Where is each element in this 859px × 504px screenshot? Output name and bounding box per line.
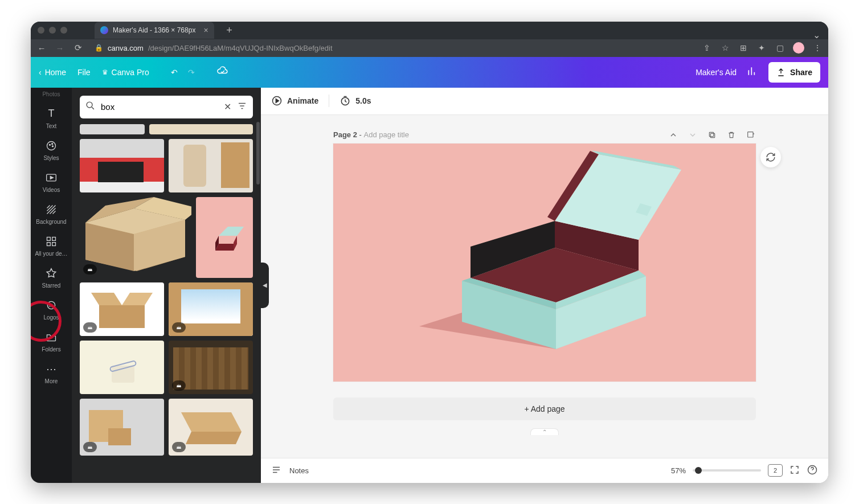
svg-marker-24: [122, 293, 153, 305]
rail-more[interactable]: ⋯More: [31, 357, 72, 389]
svg-point-2: [52, 143, 53, 144]
photo-thumb[interactable]: [149, 124, 253, 134]
rail-all-designs[interactable]: All your de…: [31, 230, 72, 261]
rail-text[interactable]: TText: [31, 102, 72, 134]
animate-button[interactable]: Animate: [271, 95, 318, 106]
notes-button[interactable]: Notes: [289, 466, 309, 475]
photo-thumb[interactable]: [80, 282, 164, 336]
box-image[interactable]: [385, 144, 704, 372]
canva-pro-button[interactable]: ♛Canva Pro: [102, 68, 149, 77]
add-page-button[interactable]: + Add page: [333, 398, 756, 420]
delete-page-icon[interactable]: [726, 130, 737, 140]
undo-icon[interactable]: ↶: [171, 68, 178, 77]
notes-icon[interactable]: [271, 465, 281, 477]
url-path: /design/DAE9fH56LaM/m4qVUJQd-INIxBwqOkBe…: [148, 44, 333, 52]
back-icon[interactable]: ←: [36, 43, 47, 53]
rail-label: Styles: [43, 155, 59, 161]
rail-videos[interactable]: Videos: [31, 166, 72, 198]
share-label: Share: [790, 68, 812, 77]
pro-badge-icon: [172, 322, 186, 333]
doc-name[interactable]: Maker's Aid: [696, 68, 737, 77]
svg-rect-30: [709, 132, 713, 136]
rail-styles[interactable]: Styles: [31, 134, 72, 166]
sync-status-icon[interactable]: [216, 65, 229, 79]
duration-label: 5.0s: [355, 96, 371, 105]
traffic-min-icon[interactable]: [49, 27, 56, 34]
zoom-knob[interactable]: [695, 467, 702, 474]
file-menu[interactable]: File: [77, 68, 91, 77]
photo-thumb[interactable]: [169, 399, 253, 456]
photo-thumb[interactable]: [169, 341, 253, 394]
panel-icon[interactable]: ▢: [775, 43, 785, 52]
animate-label: Animate: [287, 96, 318, 105]
zoom-slider[interactable]: [693, 469, 761, 472]
clear-search-icon[interactable]: ✕: [224, 101, 231, 112]
expand-thumbnails-icon[interactable]: ⌃: [530, 428, 559, 435]
lock-icon: 🔒: [95, 44, 103, 52]
forward-icon: →: [55, 43, 65, 53]
move-down-icon[interactable]: [688, 130, 698, 140]
pro-badge-icon: [172, 442, 186, 452]
puzzle-icon[interactable]: ✦: [756, 43, 767, 52]
pro-badge-icon: [83, 322, 97, 333]
add-page-icon[interactable]: [746, 130, 756, 140]
tabs-menu-icon[interactable]: ⌄: [813, 30, 820, 40]
home-button[interactable]: ‹Home: [39, 68, 66, 77]
workarea: Photos TText Styles Videos Background Al…: [31, 88, 828, 483]
duration-button[interactable]: 5.0s: [339, 95, 371, 106]
redo-icon: ↷: [188, 68, 195, 77]
reload-icon[interactable]: ⟳: [73, 43, 83, 53]
url-field[interactable]: 🔒 canva.com/design/DAE9fH56LaM/m4qVUJQd-…: [91, 40, 694, 56]
traffic-max-icon[interactable]: [60, 27, 67, 34]
help-icon[interactable]: [807, 464, 818, 477]
share-page-icon[interactable]: ⇪: [702, 43, 712, 52]
search-input[interactable]: [101, 102, 218, 112]
new-tab-button[interactable]: +: [223, 24, 236, 36]
browser-actions: ⇪ ☆ ⊞ ✦ ▢ ⋮: [702, 42, 823, 54]
photo-thumb[interactable]: [169, 282, 253, 336]
tab-close-icon[interactable]: ×: [203, 26, 208, 35]
rail-folders[interactable]: Folders: [31, 325, 72, 357]
profile-avatar[interactable]: [793, 42, 804, 54]
panel-scrollbar[interactable]: [256, 122, 260, 185]
canvas-area[interactable]: Page 2 - Add page title: [261, 115, 828, 458]
move-up-icon[interactable]: [668, 130, 678, 140]
rail-photos[interactable]: Photos: [31, 90, 72, 102]
duplicate-page-icon[interactable]: [707, 130, 717, 140]
photo-thumb[interactable]: [80, 139, 164, 192]
browser-tab[interactable]: Maker's Aid - 1366 × 768px ×: [95, 22, 214, 39]
canvas-page[interactable]: [333, 144, 756, 382]
bookmark-icon[interactable]: ☆: [720, 43, 730, 52]
page-number: Page 2: [333, 130, 357, 139]
extension-icon[interactable]: ⊞: [738, 43, 748, 52]
photo-thumb[interactable]: [80, 197, 191, 278]
filter-icon[interactable]: [237, 101, 247, 113]
svg-point-11: [87, 102, 92, 108]
page-count-button[interactable]: 2: [768, 464, 783, 477]
svg-point-0: [47, 141, 56, 150]
kebab-icon[interactable]: ⋮: [812, 43, 823, 52]
rail-label: More: [45, 378, 58, 384]
photo-thumb[interactable]: [80, 124, 145, 134]
palette-icon: [45, 140, 58, 152]
url-host: canva.com: [108, 44, 144, 52]
regenerate-icon[interactable]: [760, 147, 781, 167]
traffic-close-icon[interactable]: [38, 27, 44, 34]
pro-badge-icon: [172, 380, 186, 391]
video-icon: [45, 171, 58, 184]
rail-logos[interactable]: co.Logos: [31, 293, 72, 325]
page-title-input[interactable]: Add page title: [363, 130, 409, 139]
insights-icon[interactable]: [747, 65, 758, 79]
rail-starred[interactable]: Starred: [31, 261, 72, 293]
share-button[interactable]: Share: [768, 62, 820, 83]
home-label: Home: [45, 68, 66, 77]
zoom-value[interactable]: 57%: [671, 466, 686, 475]
logo-icon: co.: [45, 299, 58, 312]
fullscreen-icon[interactable]: [790, 465, 800, 477]
separator: [329, 95, 329, 107]
photo-thumb[interactable]: [169, 139, 253, 192]
rail-background[interactable]: Background: [31, 198, 72, 230]
photo-thumb[interactable]: [80, 341, 164, 394]
photo-thumb[interactable]: [80, 399, 164, 456]
photo-thumb[interactable]: [196, 197, 253, 278]
